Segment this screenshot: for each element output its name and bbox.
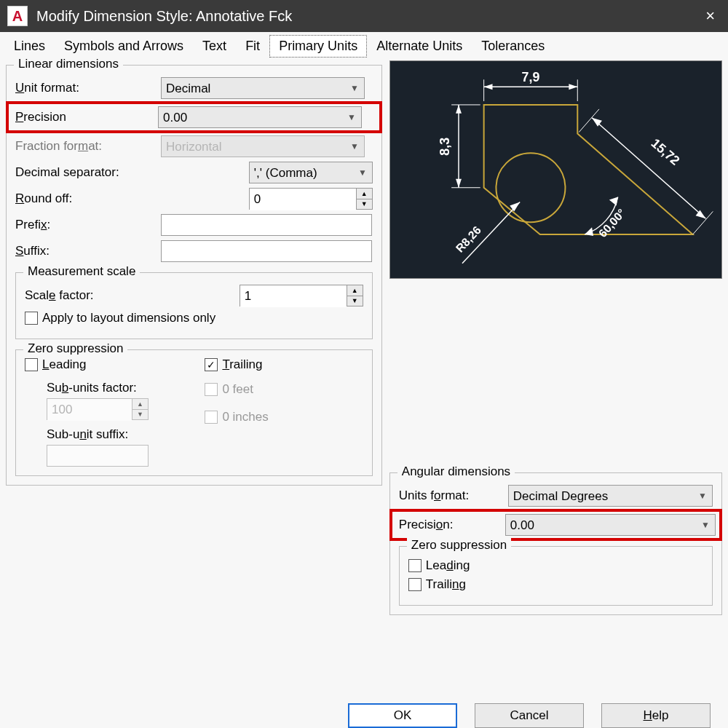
help-button[interactable]: Help [601,703,711,728]
legend-measurement: Measurement scale [23,264,140,279]
spin-up-icon[interactable]: ▲ [357,189,372,199]
label-fraction-format: Fraction format: [15,139,161,154]
label-unit-format: UUnit format:nit format: [15,81,161,95]
spin-down-icon[interactable]: ▼ [357,199,372,210]
prefix-input[interactable] [161,214,372,236]
label-scale-factor: Scale factor: [25,288,170,303]
ok-button[interactable]: OK [348,703,457,728]
svg-marker-5 [569,84,577,90]
svg-point-0 [496,153,565,222]
spin-up-icon: ▲ [132,399,148,410]
titlebar: A Modify Dimension Style: Annotative Fck… [0,0,728,32]
zero-feet-checkbox: 0 feet [205,382,253,397]
fraction-format-select: Horizontal ▼ [161,135,365,157]
group-zero-suppression-linear: Zero suppression Leading Sub-units facto… [15,349,373,476]
round-off-spinner[interactable]: ▲▼ [249,188,373,210]
dim-diag-text: 15,72 [648,136,682,168]
dimension-preview: 7,9 8,3 15,72 [389,60,722,279]
tab-bar: Lines Symbols and Arrows Text Fit Primar… [4,35,724,58]
unit-format-select[interactable]: Decimal ▼ [161,77,365,99]
label-subunits-factor: Sub-units factor: [47,381,183,395]
legend-zero-linear: Zero suppression [23,341,127,356]
svg-marker-17 [609,197,618,206]
svg-marker-10 [456,179,462,188]
subunits-factor-spinner: ▲▼ [47,398,149,420]
dialog-window: A Modify Dimension Style: Annotative Fck… [0,0,728,728]
label-round-off: Round off: [15,191,161,206]
tab-alternate-units[interactable]: Alternate Units [367,35,472,58]
scale-factor-spinner[interactable]: ▲▼ [240,285,363,306]
subunit-suffix-input [47,445,149,467]
angular-precision-select[interactable]: 0.00 ▼ [505,514,716,536]
window-title: Modify Dimension Style: Annotative Fck [36,8,700,25]
close-icon[interactable]: × [700,7,721,25]
label-precision: Precision [12,110,158,124]
suffix-input[interactable] [161,240,372,262]
group-zero-suppression-angular: Zero suppression Leading Trailing [399,546,713,606]
group-measurement-scale: Measurement scale Scale factor: ▲▼ Apply… [15,272,373,339]
trailing-checkbox[interactable]: ✓Trailing [205,357,262,372]
leading-checkbox[interactable]: Leading [25,357,87,372]
legend-angular: Angular dimensions [397,464,515,479]
tab-text[interactable]: Text [193,35,236,58]
tab-lines[interactable]: Lines [4,35,55,58]
dim-top-text: 7,9 [521,70,539,84]
label-units-format: Units format: [399,488,508,503]
svg-marker-16 [585,227,593,236]
precision-select[interactable]: 0.00 ▼ [158,106,362,128]
svg-marker-9 [456,105,462,114]
svg-line-11 [592,118,705,219]
spin-down-icon[interactable]: ▼ [347,296,363,306]
dim-radius-text: R8,26 [454,223,483,255]
legend-linear: Linear dimensions [14,57,123,71]
spin-down-icon: ▼ [132,410,148,420]
dim-left-text: 8,3 [438,138,452,156]
app-icon: A [7,6,28,26]
spin-up-icon[interactable]: ▲ [347,285,363,296]
angular-units-format-select[interactable]: Decimal Degrees ▼ [508,485,713,507]
tab-symbols-arrows[interactable]: Symbols and Arrows [55,35,193,58]
tab-fit[interactable]: Fit [236,35,269,58]
tab-tolerances[interactable]: Tolerances [472,35,554,58]
angular-trailing-checkbox[interactable]: Trailing [408,577,466,592]
svg-marker-4 [483,84,492,90]
cancel-button[interactable]: Cancel [475,703,584,728]
label-angular-precision: Precision: [396,518,505,532]
apply-layout-checkbox[interactable]: Apply to layout dimensions only [25,311,215,325]
label-prefix: Prefix: [15,218,161,232]
label-decimal-separator: Decimal separator: [15,165,161,180]
angular-leading-checkbox[interactable]: Leading [408,558,470,573]
dialog-buttons: OK Cancel Help [4,690,724,728]
group-angular-dimensions: Angular dimensions Units format: Decimal… [389,472,722,615]
tab-primary-units[interactable]: Primary Units [269,35,367,58]
group-linear-dimensions: Linear dimensions UUnit format:nit forma… [6,65,382,486]
decimal-separator-select[interactable]: ',' (Comma) ▼ [249,162,373,183]
zero-inches-checkbox: 0 inches [205,410,268,424]
label-subunit-suffix: Sub-unit suffix: [47,427,183,442]
legend-zero-angular: Zero suppression [407,538,511,553]
label-suffix: Suffix: [15,244,161,258]
